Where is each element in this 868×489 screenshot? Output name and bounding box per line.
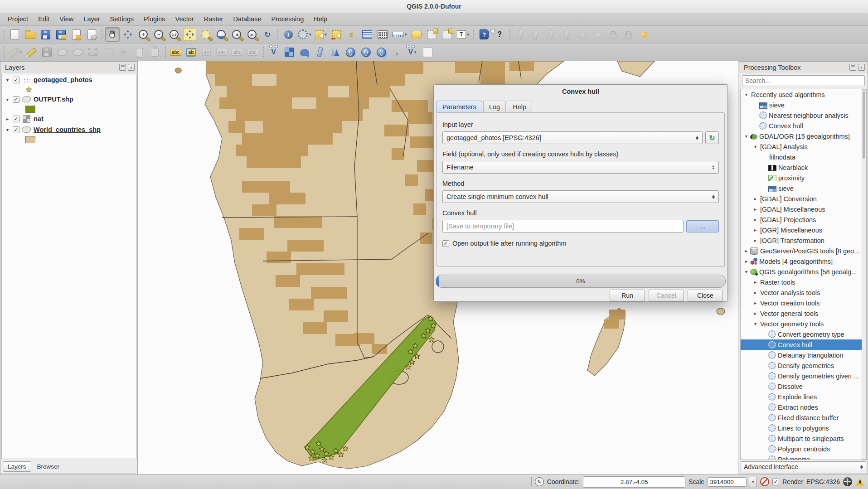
menu-database[interactable]: Database	[228, 14, 266, 24]
dropdown-arrow-icon[interactable]: ▾	[414, 50, 417, 54]
zoom-native-button[interactable]: 1:1	[167, 27, 181, 42]
toolbox-item-densify-geometries[interactable]: Densify geometries	[741, 360, 866, 371]
expand-arrow[interactable]: ▸	[752, 207, 758, 212]
toolbox-item-recently-used-algorithms[interactable]: ▾Recently used algorithms	[741, 89, 866, 100]
toolbox-item-gdal-conversion[interactable]: ▸[GDAL] Conversion	[741, 194, 866, 204]
new-shapefile-layer-button[interactable]: V▾	[405, 45, 420, 59]
toolbox-item-gdal-miscellaneous[interactable]: ▸[GDAL] Miscellaneous	[741, 204, 866, 214]
new-print-composer-button[interactable]	[69, 27, 83, 42]
select-by-expression-button[interactable]: ε	[344, 27, 359, 42]
expand-arrow[interactable]: ▸	[752, 300, 758, 305]
expand-arrow[interactable]: ▸	[752, 280, 758, 285]
add-oracle-layer-button[interactable]: ,	[390, 45, 404, 59]
toolbox-item-vector-analysis-tools[interactable]: ▸Vector analysis tools	[741, 287, 866, 298]
toolbox-item-geoserver-postgis-tools-8-geo[interactable]: ▸GeoServer/PostGIS tools [8 geo...	[741, 246, 866, 256]
menu-edit[interactable]: Edit	[33, 14, 54, 24]
collapse-arrow[interactable]: ▾	[6, 127, 13, 132]
menu-plugins[interactable]: Plugins	[139, 14, 170, 24]
toolbox-item-ogr-miscellaneous[interactable]: ▸[OGR] Miscellaneous	[741, 225, 866, 235]
add-wms-layer-button[interactable]	[344, 45, 358, 59]
layer-item-world-countries-shp[interactable]: ▾✓World_countries_shp	[2, 124, 136, 135]
panel-tab-browser[interactable]: Browser	[32, 461, 65, 472]
zoom-out-button[interactable]: −	[151, 27, 166, 42]
toolbox-item-convex-hull[interactable]: Convex hull	[741, 121, 866, 131]
dropdown-arrow-icon[interactable]: ▾	[20, 50, 22, 54]
input-layer-select[interactable]: geotagged_photos [EPSG:4326]	[442, 131, 703, 144]
cut-features-button[interactable]: ✂	[117, 45, 131, 59]
layer-item-geotagged-photos[interactable]: ▾✓geotagged_photos	[2, 74, 136, 85]
collapse-arrow[interactable]: ▾	[743, 269, 749, 274]
add-spatialite-layer-button[interactable]	[313, 45, 327, 59]
dropdown-arrow-icon[interactable]: ▾	[405, 32, 407, 37]
layer-checkbox[interactable]: ✓	[13, 96, 19, 103]
scrollbar-thumb[interactable]	[863, 91, 865, 159]
expand-arrow[interactable]: ▸	[752, 238, 758, 243]
add-feature-button[interactable]	[55, 45, 70, 59]
dropdown-arrow-icon[interactable]: ▾	[309, 32, 311, 37]
zoom-to-selection-button[interactable]	[199, 27, 213, 42]
add-raster-layer-button[interactable]	[282, 45, 296, 59]
mouse-position-icon[interactable]: ✎	[535, 477, 544, 486]
label-config-3-button[interactable]: abc	[230, 45, 245, 59]
toolbox-item-models-4-geoalgorithms[interactable]: ▸Models [4 geoalgorithms]	[741, 256, 866, 266]
toolbox-item-polygonize[interactable]: Polygonize	[741, 454, 866, 460]
toolbox-item-proximity[interactable]: proximity	[741, 173, 866, 183]
copy-features-button[interactable]	[132, 45, 147, 59]
menu-processing[interactable]: Processing	[266, 14, 309, 24]
layer-labeling-options-button[interactable]: ab	[184, 45, 199, 59]
toolbox-item-gdal-ogr-15-geoalgorithms[interactable]: ▾GDAL/OGR [15 geoalgorithms]	[741, 131, 866, 141]
text-annotation-button[interactable]: T▾	[456, 27, 471, 42]
map-refresh-button[interactable]: ↻	[260, 27, 275, 42]
node-tool-button[interactable]	[86, 45, 101, 59]
menu-layer[interactable]: Layer	[78, 14, 105, 24]
select-features-button[interactable]: ▾	[314, 27, 329, 42]
pin-labels-button[interactable]	[575, 27, 589, 42]
panel-tab-layers[interactable]: Layers	[3, 461, 31, 472]
messages-warning-icon[interactable]	[855, 478, 864, 486]
menu-project[interactable]: Project	[3, 14, 33, 24]
zoom-full-button[interactable]	[182, 27, 198, 42]
toolbox-item-densify-geometries-given[interactable]: Densify geometries given ...	[741, 371, 866, 381]
menu-view[interactable]: View	[54, 14, 78, 24]
show-bookmarks-button[interactable]	[440, 27, 455, 42]
scale-dropdown-icon[interactable]: ▾	[749, 477, 757, 487]
collapse-arrow[interactable]: ▾	[6, 77, 13, 82]
expand-arrow[interactable]: ▸	[752, 290, 758, 295]
zoom-in-button[interactable]: +	[136, 27, 150, 42]
toolbox-item-fixed-distance-buffer[interactable]: Fixed distance buffer	[741, 412, 866, 423]
float-panel-icon[interactable]	[119, 64, 126, 71]
collapse-arrow[interactable]: ▾	[752, 321, 758, 326]
layer-checkbox[interactable]: ✓	[13, 126, 19, 133]
toolbox-item-sieve[interactable]: sieve	[741, 100, 866, 110]
expand-arrow[interactable]: ▸	[743, 259, 749, 264]
expand-arrow[interactable]: ▸	[752, 217, 758, 222]
toolbox-item-dissolve[interactable]: Dissolve	[741, 381, 866, 392]
paste-features-button[interactable]	[148, 45, 162, 59]
label-config-4-button[interactable]: abc	[246, 45, 260, 59]
run-button[interactable]: Run	[610, 290, 645, 301]
help-contents-button[interactable]: ?	[477, 27, 491, 42]
checkbox-icon[interactable]: ✓	[442, 240, 449, 247]
open-output-checkbox-row[interactable]: ✓ Open output file after running algorit…	[442, 240, 719, 247]
dropdown-arrow-icon[interactable]: ▾	[325, 32, 327, 37]
toolbox-item-nearest-neighbour-analysis[interactable]: Nearest neighbour analysis	[741, 110, 866, 121]
delete-selected-button[interactable]	[102, 45, 116, 59]
add-postgis-layer-button[interactable]	[297, 45, 312, 59]
menu-vector[interactable]: Vector	[170, 14, 199, 24]
collapse-arrow[interactable]: ▾	[752, 144, 758, 149]
dialog-tab-log[interactable]: Log	[483, 101, 506, 113]
layer-labeling-button[interactable]: abc	[169, 45, 183, 59]
toolbox-item-ogr-transformation[interactable]: ▸[OGR] Transformation	[741, 235, 866, 246]
collapse-arrow[interactable]: ▾	[743, 134, 749, 139]
toggle-editing-button[interactable]	[24, 45, 39, 59]
layer-checkbox[interactable]: ✓	[13, 116, 19, 122]
layer-checkbox[interactable]: ✓	[13, 77, 19, 83]
dialog-tab-parameters[interactable]: Parameters	[436, 101, 482, 113]
current-edits-button[interactable]: ▾	[7, 45, 24, 59]
expand-arrow[interactable]: ▸	[752, 196, 758, 201]
stop-rendering-icon[interactable]	[760, 477, 769, 486]
new-bookmark-button[interactable]	[425, 27, 439, 42]
deselect-features-button[interactable]	[329, 27, 344, 42]
close-button[interactable]: Close	[688, 290, 723, 301]
blank-tool-button[interactable]	[421, 45, 435, 59]
